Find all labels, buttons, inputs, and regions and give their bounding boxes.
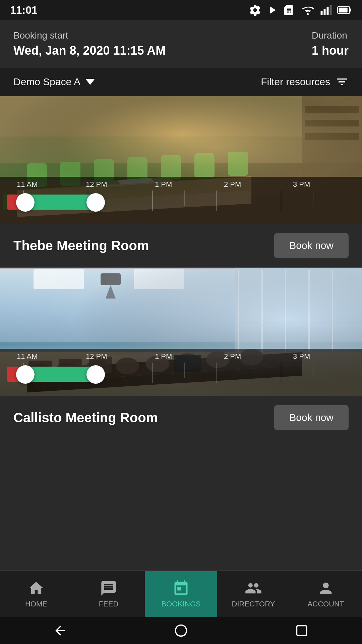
room-image-thebe: 11 AM 12 PM 1 PM 2 PM 3 PM xyxy=(0,96,362,224)
timeline-label-1pm: 1 PM xyxy=(155,180,224,189)
status-bar: 11:01 xyxy=(0,0,362,20)
room-card-callisto: 11 AM 12 PM 1 PM 2 PM 3 PM xyxy=(0,268,362,439)
nav-feed-label: FEED xyxy=(99,600,119,608)
room-info-callisto: Callisto Meeting Room Book now xyxy=(0,396,362,439)
svg-rect-30 xyxy=(235,268,362,356)
status-icons xyxy=(249,4,352,16)
duration-section: Duration 1 hour xyxy=(312,30,349,58)
callisto-label-3pm: 3 PM xyxy=(293,352,362,361)
svg-rect-39 xyxy=(34,269,84,289)
svg-rect-34 xyxy=(308,270,310,356)
signal-icon xyxy=(320,4,332,16)
svg-rect-11 xyxy=(305,106,359,113)
feed-icon xyxy=(100,580,117,597)
callisto-label-1pm: 1 PM xyxy=(155,352,224,361)
filter-icon xyxy=(335,75,349,89)
svg-rect-13 xyxy=(305,133,359,140)
main-content: 11 AM 12 PM 1 PM 2 PM 3 PM xyxy=(0,96,362,517)
nav-bookings[interactable]: BOOKINGS xyxy=(145,571,217,617)
svg-rect-3 xyxy=(327,7,329,15)
nav-account[interactable]: ACCOUNT xyxy=(290,571,362,617)
svg-point-61 xyxy=(176,625,187,636)
booking-start-section: Booking start Wed, Jan 8, 2020 11:15 AM xyxy=(13,30,166,58)
book-now-thebe[interactable]: Book now xyxy=(274,233,349,258)
home-icon xyxy=(27,580,45,597)
sim-icon xyxy=(283,4,295,16)
svg-rect-33 xyxy=(285,270,286,356)
timeline-label-3pm: 3 PM xyxy=(293,180,362,189)
back-button[interactable] xyxy=(53,623,68,638)
timeline-label-12pm: 12 PM xyxy=(86,180,155,189)
timeline-handle-right-callisto[interactable] xyxy=(86,365,105,384)
status-time: 11:01 xyxy=(10,4,38,16)
booking-start-value: Wed, Jan 8, 2020 11:15 AM xyxy=(13,44,166,58)
room-image-callisto: 11 AM 12 PM 1 PM 2 PM 3 PM xyxy=(0,268,362,396)
space-selector[interactable]: Demo Space A xyxy=(13,76,95,88)
booking-header: Booking start Wed, Jan 8, 2020 11:15 AM … xyxy=(0,20,362,68)
home-button[interactable] xyxy=(174,623,188,638)
booking-start-label: Booking start xyxy=(13,30,166,41)
filter-label: Filter resources xyxy=(261,76,330,88)
bottom-nav: HOME FEED BOOKINGS DIRECTORY ACCOUNT xyxy=(0,570,362,617)
svg-rect-29 xyxy=(0,268,362,342)
timeline-track-thebe[interactable] xyxy=(7,191,355,214)
svg-rect-2 xyxy=(324,9,326,15)
duration-label: Duration xyxy=(312,30,349,41)
svg-rect-36 xyxy=(235,325,362,326)
svg-rect-32 xyxy=(261,270,263,356)
svg-point-0 xyxy=(307,13,309,15)
svg-rect-40 xyxy=(134,269,184,289)
timeline-labels-callisto: 11 AM 12 PM 1 PM 2 PM 3 PM xyxy=(0,349,362,361)
directory-icon xyxy=(245,580,262,597)
account-icon xyxy=(317,580,335,597)
nav-bookings-label: BOOKINGS xyxy=(161,600,200,608)
nav-directory[interactable]: DIRECTORY xyxy=(217,571,290,617)
bookings-icon xyxy=(172,580,190,597)
svg-rect-8 xyxy=(0,96,362,137)
timeline-label-2pm: 2 PM xyxy=(224,180,293,189)
nav-account-label: ACCOUNT xyxy=(308,600,344,608)
book-now-callisto[interactable]: Book now xyxy=(274,405,349,430)
svg-rect-12 xyxy=(305,120,359,126)
room-name-thebe: Thebe Meeting Room xyxy=(13,238,149,253)
wifi-icon xyxy=(300,4,315,16)
timeline-thebe[interactable]: 11 AM 12 PM 1 PM 2 PM 3 PM xyxy=(0,177,362,224)
nav-directory-label: DIRECTORY xyxy=(232,600,275,608)
duration-value: 1 hour xyxy=(312,44,349,58)
nav-home[interactable]: HOME xyxy=(0,571,72,617)
svg-rect-37 xyxy=(0,268,235,272)
chevron-down-icon xyxy=(85,79,95,85)
nav-feed[interactable]: FEED xyxy=(72,571,145,617)
android-nav-bar xyxy=(0,617,362,644)
svg-marker-59 xyxy=(106,285,116,299)
svg-rect-7 xyxy=(339,8,347,13)
timeline-handle-left-callisto[interactable] xyxy=(16,365,35,384)
callisto-label-2pm: 2 PM xyxy=(224,352,293,361)
timeline-labels-thebe: 11 AM 12 PM 1 PM 2 PM 3 PM xyxy=(0,177,362,189)
svg-rect-25 xyxy=(228,152,248,176)
callisto-label-11am: 11 AM xyxy=(17,352,86,361)
space-label: Demo Space A xyxy=(13,76,80,88)
filter-resources-btn[interactable]: Filter resources xyxy=(261,75,349,89)
svg-rect-35 xyxy=(332,270,333,356)
filter-bar: Demo Space A Filter resources xyxy=(0,68,362,96)
settings-icon xyxy=(249,4,261,16)
timeline-callisto[interactable]: 11 AM 12 PM 1 PM 2 PM 3 PM xyxy=(0,349,362,396)
svg-rect-31 xyxy=(238,270,239,356)
svg-rect-4 xyxy=(330,5,332,15)
battery-icon xyxy=(337,4,352,16)
svg-rect-58 xyxy=(101,273,121,285)
timeline-label-11am: 11 AM xyxy=(17,180,86,189)
recent-apps-button[interactable] xyxy=(294,623,309,638)
svg-rect-24 xyxy=(194,153,215,177)
timeline-track-callisto[interactable] xyxy=(7,363,355,386)
svg-rect-9 xyxy=(0,96,362,163)
room-card-thebe: 11 AM 12 PM 1 PM 2 PM 3 PM xyxy=(0,96,362,267)
svg-rect-1 xyxy=(321,11,323,15)
play-icon xyxy=(266,4,278,16)
timeline-handle-right[interactable] xyxy=(86,193,105,212)
room-name-callisto: Callisto Meeting Room xyxy=(13,410,158,425)
callisto-label-12pm: 12 PM xyxy=(86,352,155,361)
room-info-thebe: Thebe Meeting Room Book now xyxy=(0,224,362,267)
timeline-handle-left[interactable] xyxy=(16,193,35,212)
